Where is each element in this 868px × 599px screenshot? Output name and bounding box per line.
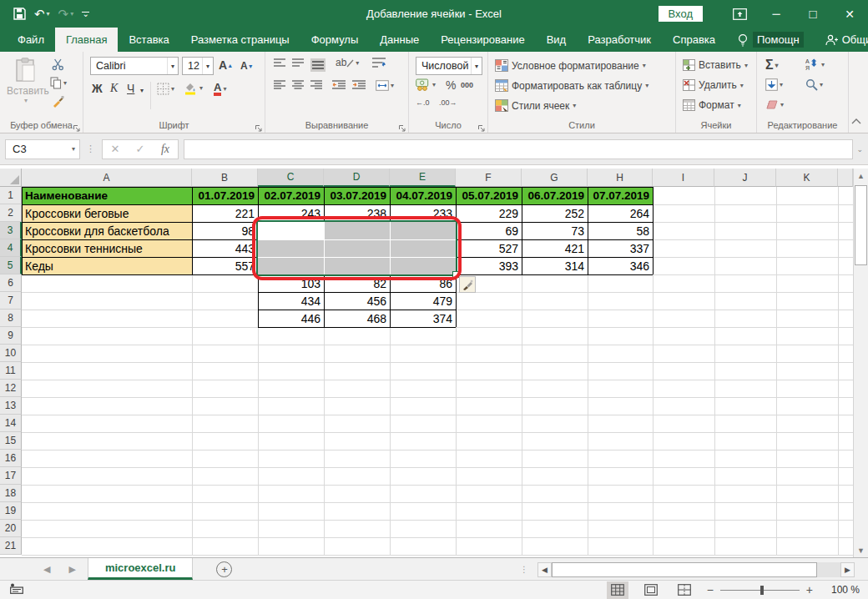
column-header-F[interactable]: F (456, 169, 522, 187)
cell-F4[interactable]: 527 (456, 239, 522, 257)
cell-F3[interactable]: 69 (456, 222, 522, 239)
row-header-2[interactable]: 2 (0, 204, 22, 222)
ribbon-display-options-button[interactable] (721, 0, 758, 28)
cell-D7[interactable]: 456 (324, 292, 390, 310)
scroll-right-icon[interactable]: ▶ (840, 562, 855, 577)
font-color-button[interactable]: А▾ (214, 81, 226, 96)
save-button[interactable] (13, 8, 26, 20)
row-header-10[interactable]: 10 (0, 345, 22, 362)
ribbon-tab-разработчик[interactable]: Разработчик (577, 28, 662, 52)
minimize-button[interactable]: ─ (758, 0, 795, 28)
row-header-15[interactable]: 15 (0, 432, 22, 450)
column-header-K[interactable]: K (776, 169, 838, 187)
alignment-dialog-launcher[interactable] (398, 121, 406, 129)
cell-H2[interactable]: 264 (588, 204, 653, 222)
maximize-button[interactable]: □ (795, 0, 831, 28)
page-break-view-button[interactable] (674, 581, 695, 599)
ribbon-tab-главная[interactable]: Главная (55, 28, 118, 52)
italic-button[interactable]: К (110, 82, 118, 95)
number-format-combo[interactable]: Числовой▾ (416, 57, 482, 75)
comma-style-button[interactable]: 000 (461, 81, 473, 89)
column-header-G[interactable]: G (522, 169, 588, 187)
number-dialog-launcher[interactable] (477, 121, 486, 129)
ribbon-tab-данные[interactable]: Данные (369, 28, 430, 52)
ribbon-tab-общий-доступ[interactable]: Общий доступ (815, 28, 868, 52)
orientation-button[interactable]: ab▾ (336, 57, 359, 68)
align-center-button[interactable] (292, 80, 304, 90)
cell-C1[interactable]: 02.07.2019 (258, 187, 324, 204)
decrease-indent-button[interactable] (332, 80, 346, 90)
column-header-B[interactable]: B (192, 169, 258, 187)
column-header-H[interactable]: H (588, 169, 653, 187)
cell-G5[interactable]: 314 (522, 257, 588, 274)
confirm-entry-button[interactable]: ✓ (128, 143, 153, 155)
format-painter-button[interactable] (52, 95, 64, 108)
font-size-combo[interactable]: 12▾ (182, 57, 214, 75)
row-header-8[interactable]: 8 (0, 310, 22, 327)
ribbon-tab-рецензирование[interactable]: Рецензирование (430, 28, 535, 52)
prev-sheet-icon[interactable]: ◀ (43, 564, 50, 575)
cell-H1[interactable]: 07.07.2019 (588, 187, 653, 204)
cell-F2[interactable]: 229 (456, 204, 522, 222)
horizontal-scrollbar[interactable]: ⋮ ◀ ▶ (520, 561, 855, 577)
row-header-18[interactable]: 18 (0, 485, 22, 502)
increase-indent-button[interactable] (352, 80, 366, 90)
formula-bar-splitter[interactable]: ⋮ (86, 143, 96, 154)
cell-G3[interactable]: 73 (522, 222, 588, 239)
scroll-left-icon[interactable]: ◀ (537, 562, 552, 577)
underline-dropdown-icon[interactable]: ▾ (140, 87, 144, 94)
row-header-11[interactable]: 11 (0, 362, 22, 380)
new-sheet-button[interactable]: + (216, 561, 232, 577)
row-header-16[interactable]: 16 (0, 450, 22, 467)
row-header-17[interactable]: 17 (0, 467, 22, 485)
next-sheet-icon[interactable]: ▶ (68, 564, 75, 575)
cell-B4[interactable]: 443 (192, 239, 258, 257)
sort-filter-button[interactable]: АЯ▾ (805, 58, 825, 71)
redo-button[interactable]: ↷▾ (58, 7, 74, 22)
decrease-font-button[interactable]: A▼ (240, 60, 254, 72)
select-all-corner[interactable] (0, 169, 22, 187)
cell-E1[interactable]: 04.07.2019 (390, 187, 456, 204)
cell-A5[interactable]: Кеды (22, 257, 192, 274)
align-bottom-button[interactable] (310, 58, 326, 72)
row-header-7[interactable]: 7 (0, 292, 22, 310)
cell-G1[interactable]: 06.07.2019 (522, 187, 588, 204)
wrap-text-button[interactable] (372, 57, 386, 68)
row-header-5[interactable]: 5 (0, 257, 22, 274)
column-header-E[interactable]: E (390, 169, 456, 187)
row-header-21[interactable]: 21 (0, 537, 22, 555)
cell-G2[interactable]: 252 (522, 204, 588, 222)
font-dialog-launcher[interactable] (255, 121, 263, 129)
ribbon-tab-файл[interactable]: Файл (7, 28, 55, 52)
tab-splitter-handle[interactable]: ⋮ (520, 565, 529, 574)
zoom-out-button[interactable]: − (707, 583, 714, 596)
align-left-button[interactable] (274, 80, 285, 90)
horizontal-scrollbar-track[interactable] (817, 562, 840, 577)
cell-C8[interactable]: 446 (258, 310, 324, 327)
accounting-format-button[interactable]: ▾ (416, 78, 436, 91)
scroll-up-icon[interactable]: ▲ (854, 169, 868, 183)
close-button[interactable]: ✕ (831, 0, 868, 28)
bold-button[interactable]: Ж (92, 82, 103, 95)
zoom-slider[interactable] (720, 590, 800, 591)
zoom-slider-thumb[interactable] (760, 586, 764, 595)
align-middle-button[interactable] (292, 58, 304, 68)
cell-A1[interactable]: Наименование (22, 187, 192, 204)
cell-E8[interactable]: 374 (390, 310, 456, 327)
percent-style-button[interactable]: % (446, 78, 456, 92)
undo-dropdown-icon[interactable]: ▾ (47, 10, 50, 18)
cell-D1[interactable]: 03.07.2019 (324, 187, 390, 204)
normal-view-button[interactable] (607, 581, 628, 599)
insert-function-button[interactable]: fx (153, 143, 178, 156)
cell-A3[interactable]: Кроссовки для баскетбола (22, 222, 192, 239)
sign-in-button[interactable]: Вход (659, 6, 703, 22)
clear-button[interactable]: ▾ (765, 99, 784, 110)
underline-button[interactable]: Ч (127, 82, 134, 95)
cell-styles-button[interactable]: Стили ячеек▾ (495, 99, 576, 112)
scroll-down-icon[interactable]: ▼ (854, 543, 868, 557)
clipboard-dialog-launcher[interactable] (73, 121, 81, 129)
row-header-1[interactable]: 1 (0, 187, 22, 204)
cell-E7[interactable]: 479 (390, 292, 456, 310)
cell-G4[interactable]: 421 (522, 239, 588, 257)
ribbon-tab-разметка-страницы[interactable]: Разметка страницы (180, 28, 300, 52)
